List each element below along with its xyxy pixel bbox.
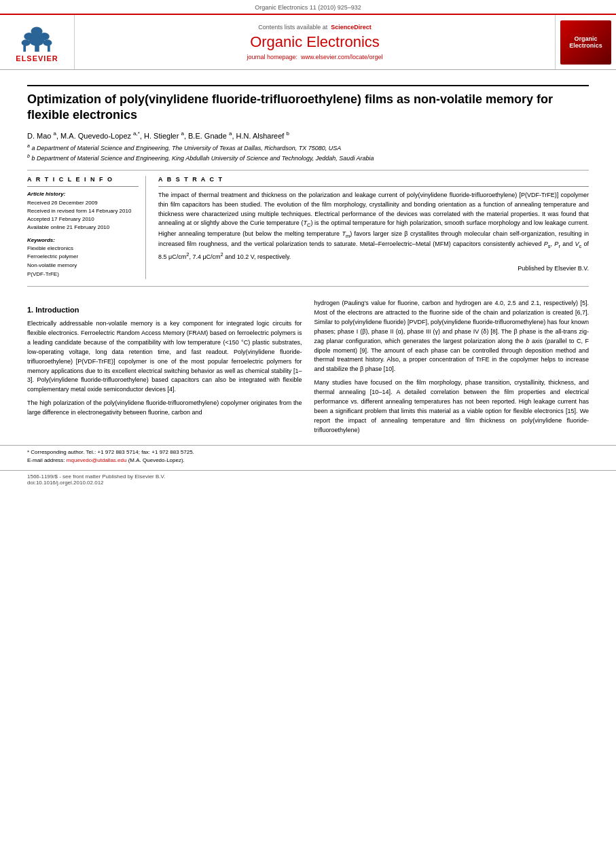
affiliations: a a Department of Material Science and E… [27, 143, 589, 162]
keyword-2: Ferroelectric polymer [27, 253, 139, 262]
footer-doi: doi:10.1016/j.orgel.2010.02.012 [27, 480, 165, 486]
body-para-2: The high polarization of the poly(vinyli… [27, 399, 302, 418]
abstract-text: The impact of thermal treatment and thic… [158, 191, 589, 262]
section1-title-text: Introduction [35, 306, 79, 314]
body-para-3: hydrogen (Pauling's value for fluorine, … [314, 299, 590, 375]
abstract-col: A B S T R A C T The impact of thermal tr… [158, 176, 589, 279]
published-by: Published by Elsevier B.V. [158, 265, 589, 272]
elsevier-tree-icon [18, 22, 56, 53]
abstract-rule [158, 186, 589, 187]
keyword-3: Non-volatile memory [27, 262, 139, 270]
footnote-corresponding: * Corresponding author. Tel.: +1 972 883… [27, 448, 589, 457]
elsevier-logo-container: ELSEVIER [0, 15, 75, 69]
header-banner: ELSEVIER Contents lists available at Sci… [0, 14, 616, 70]
footnote-area: * Corresponding author. Tel.: +1 972 883… [0, 445, 616, 467]
svg-rect-8 [48, 45, 50, 51]
svg-point-4 [31, 26, 43, 35]
article-content: Optimization of poly(vinylidene fluoride… [0, 70, 616, 299]
header-center: Contents lists available at ScienceDirec… [75, 15, 555, 69]
sciencedirect-link[interactable]: ScienceDirect [331, 24, 372, 31]
article-info-col: A R T I C L E I N F O Article history: R… [27, 176, 146, 279]
article-title: Optimization of poly(vinylidene fluoride… [27, 92, 589, 124]
affiliation-b-text: b Department of Material Science and Eng… [31, 155, 374, 162]
elsevier-wordmark: ELSEVIER [16, 54, 58, 62]
section1-title: 1. Introduction [27, 304, 302, 316]
journal-reference: Organic Electronics 11 (2010) 925–932 [0, 0, 616, 14]
footnote-star: * Corresponding author. Tel.: +1 972 883… [27, 449, 194, 455]
abstract-heading: A B S T R A C T [158, 176, 589, 183]
email-label: E-mail address: [27, 457, 65, 463]
body-para-4: Many studies have focused on the film mo… [314, 378, 590, 435]
svg-rect-7 [23, 45, 26, 51]
svg-point-6 [43, 39, 52, 46]
history-revised: Received in revised form 14 February 201… [27, 207, 139, 215]
page: Organic Electronics 11 (2010) 925–932 [0, 0, 616, 841]
footer-left: 1566-1199/$ - see front matter Published… [27, 473, 165, 486]
homepage-url[interactable]: www.elsevier.com/locate/orgel [301, 54, 383, 60]
badge-line1: Organic [574, 35, 597, 42]
elsevier-label-text: ELSEVIER [16, 54, 58, 62]
keyword-4: P(VDF-TrFE) [27, 270, 139, 279]
body-col-left: 1. Introduction Electrically addressable… [27, 299, 302, 440]
footnote-email: E-mail address: mquevedo@utdallas.edu (M… [27, 457, 589, 465]
keyword-1: Flexible electronics [27, 245, 139, 253]
keywords-label: Keywords: [27, 237, 139, 243]
sciencedirect-line: Contents lists available at ScienceDirec… [258, 24, 372, 31]
affiliation-a: a a Department of Material Science and E… [27, 143, 589, 153]
history-label: Article history: [27, 191, 139, 197]
homepage-label: journal homepage: [247, 54, 297, 60]
info-rule [27, 186, 139, 187]
journal-ref-text: Organic Electronics 11 (2010) 925–932 [255, 4, 361, 11]
section-rule-2 [27, 286, 589, 287]
top-rule [27, 85, 589, 86]
body-col-right: hydrogen (Pauling's value for fluorine, … [314, 299, 590, 440]
affiliation-b: b b Department of Material Science and E… [27, 153, 589, 163]
authors-line: D. Mao a, M.A. Quevedo-Lopez a,*, H. Sti… [27, 130, 589, 140]
footer-bar: 1566-1199/$ - see front matter Published… [0, 470, 616, 488]
body-para-1: Electrically addressable non-volatile me… [27, 319, 302, 395]
journal-title-text: Organic Electronics [250, 33, 380, 50]
organic-electronics-badge: Organic Electronics [560, 20, 611, 65]
badge-line2: Electronics [569, 42, 602, 49]
elsevier-logo: ELSEVIER [16, 22, 58, 62]
body-section: 1. Introduction Electrically addressable… [0, 299, 616, 440]
contents-text: Contents lists available at [258, 24, 327, 31]
article-info-heading: A R T I C L E I N F O [27, 176, 139, 183]
svg-point-5 [22, 39, 31, 46]
journal-homepage: journal homepage: www.elsevier.com/locat… [247, 54, 382, 60]
journal-badge-container: Organic Electronics [555, 15, 616, 69]
history-received: Received 26 December 2009 [27, 199, 139, 207]
journal-title: Organic Electronics [250, 33, 380, 51]
section-rule-1 [27, 170, 589, 171]
affiliation-a-text: a Department of Material Science and Eng… [31, 145, 341, 151]
section1-number: 1. [27, 306, 33, 314]
email-address[interactable]: mquevedo@utdallas.edu [67, 457, 127, 463]
history-accepted: Accepted 17 February 2010 [27, 215, 139, 223]
footer-issn: 1566-1199/$ - see front matter Published… [27, 473, 165, 480]
email-person: (M.A. Quevedo-Lopez). [128, 457, 185, 463]
history-online: Available online 21 February 2010 [27, 223, 139, 232]
info-abstract-section: A R T I C L E I N F O Article history: R… [27, 176, 589, 279]
